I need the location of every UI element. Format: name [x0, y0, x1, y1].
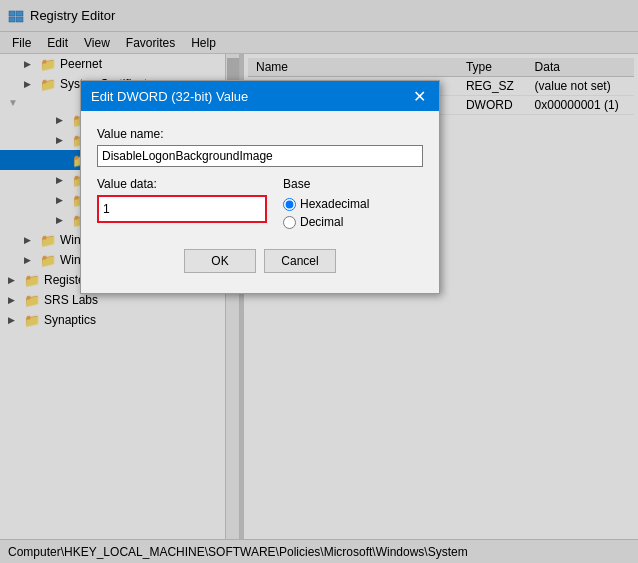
dialog-overlay: Edit DWORD (32-bit) Value ✕ Value name: …	[0, 0, 638, 563]
value-name-label: Value name:	[97, 127, 423, 141]
value-data-container: Value data:	[97, 177, 267, 223]
registry-editor-window: Registry Editor File Edit View Favorites…	[0, 0, 638, 563]
radio-hexadecimal[interactable]	[283, 198, 296, 211]
dialog-title: Edit DWORD (32-bit) Value	[91, 89, 248, 104]
value-name-input[interactable]	[97, 145, 423, 167]
value-data-label: Value data:	[97, 177, 267, 191]
radio-decimal[interactable]	[283, 216, 296, 229]
radio-decimal-label: Decimal	[300, 215, 343, 229]
dialog-row: Value data: Base Hexadecimal Decimal	[97, 177, 423, 233]
cancel-button[interactable]: Cancel	[264, 249, 336, 273]
dialog-title-bar: Edit DWORD (32-bit) Value ✕	[81, 81, 439, 111]
dialog-close-button[interactable]: ✕	[409, 86, 429, 106]
radio-hexadecimal-row: Hexadecimal	[283, 197, 423, 211]
dialog-body: Value name: Value data: Base Hexadecimal	[81, 111, 439, 293]
ok-button[interactable]: OK	[184, 249, 256, 273]
edit-dword-dialog: Edit DWORD (32-bit) Value ✕ Value name: …	[80, 80, 440, 294]
base-section: Base Hexadecimal Decimal	[283, 177, 423, 233]
base-label: Base	[283, 177, 423, 191]
radio-hexadecimal-label: Hexadecimal	[300, 197, 369, 211]
radio-decimal-row: Decimal	[283, 215, 423, 229]
dialog-buttons: OK Cancel	[97, 249, 423, 277]
value-data-input[interactable]	[97, 195, 267, 223]
